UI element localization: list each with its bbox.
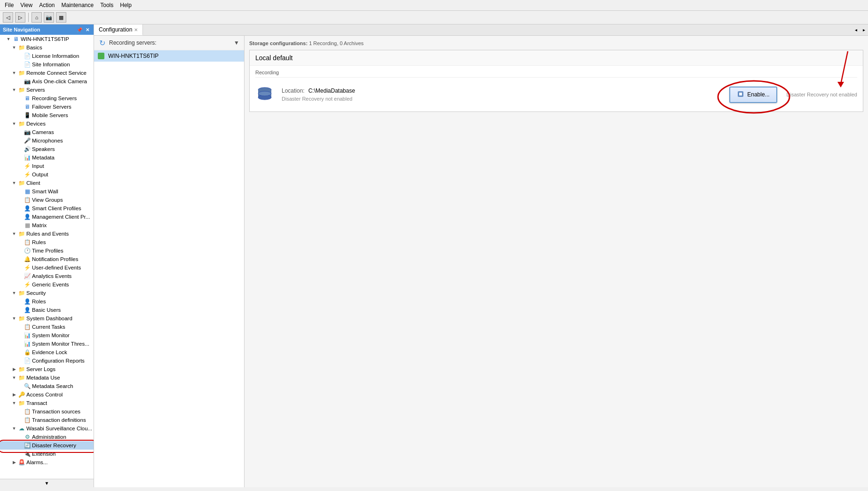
tree-item-root[interactable]: ▼ 🖥 WIN-HNKT1TS6TIP xyxy=(0,35,94,43)
tab-close-configuration[interactable]: ✕ xyxy=(134,27,138,32)
tree-item-metadata[interactable]: ▶ 📊 Metadata xyxy=(0,153,94,162)
menu-tools[interactable]: Tools xyxy=(97,1,116,9)
rec-server-item[interactable]: WIN-HNKT1TS6TIP xyxy=(94,50,244,62)
tree-item-siteinfo[interactable]: ▶ 📄 Site Information xyxy=(0,60,94,69)
tree-item-servers[interactable]: ▼ 📁 Servers xyxy=(0,86,94,94)
tree-item-rulesevents[interactable]: ▼ 📁 Rules and Events xyxy=(0,230,94,238)
expand-icon-metadatause[interactable]: ▼ xyxy=(11,375,17,380)
tree-item-genericevents[interactable]: ▶ ⚡ Generic Events xyxy=(0,280,94,289)
rec-server-name: WIN-HNKT1TS6TIP xyxy=(108,53,158,59)
tree-item-smartwall[interactable]: ▶ ▦ Smart Wall xyxy=(0,187,94,196)
storage-label: Storage configurations: xyxy=(249,40,309,46)
tree-item-devices[interactable]: ▼ 📁 Devices xyxy=(0,119,94,128)
tree-item-roles[interactable]: ▶ 👤 Roles xyxy=(0,297,94,306)
tab-expand-button[interactable]: ▸ xyxy=(860,26,868,33)
menu-file[interactable]: File xyxy=(2,1,16,9)
tree-item-rules[interactable]: ▶ 📋 Rules xyxy=(0,238,94,246)
tree-item-client[interactable]: ▼ 📁 Client xyxy=(0,179,94,187)
tree-label-devices: Devices xyxy=(26,121,94,127)
tab-configuration[interactable]: Configuration ✕ xyxy=(94,24,143,35)
sidebar-close-icon[interactable]: ✕ xyxy=(84,26,91,33)
tree-label-matrix: Matrix xyxy=(32,222,94,228)
tree-label-security: Security xyxy=(26,290,94,296)
tree-item-recservers[interactable]: ▶ 🖥 Recording Servers xyxy=(0,94,94,103)
tree-item-disasterrecovery[interactable]: ▶ 🔄 Disaster Recovery xyxy=(0,441,94,450)
tree-item-userdefined[interactable]: ▶ ⚡ User-defined Events xyxy=(0,263,94,272)
tree-item-axisone[interactable]: ▶ 📷 Axis One-click Camera xyxy=(0,77,94,86)
tree-item-sysmonthres[interactable]: ▶ 📊 System Monitor Thres... xyxy=(0,340,94,348)
tree-item-configreports[interactable]: ▶ 📄 Configuration Reports xyxy=(0,356,94,365)
tree-item-analytics[interactable]: ▶ 📈 Analytics Events xyxy=(0,272,94,280)
tree-item-transactionsrc[interactable]: ▶ 📋 Transaction sources xyxy=(0,407,94,416)
expand-icon-security[interactable]: ▼ xyxy=(11,290,17,296)
enable-button[interactable]: Enable... xyxy=(729,87,777,103)
tree-item-evidencelock[interactable]: ▶ 🔒 Evidence Lock xyxy=(0,348,94,356)
expand-icon-alarms[interactable]: ▶ xyxy=(11,459,17,465)
tree-item-systemdash[interactable]: ▼ 📁 System Dashboard xyxy=(0,314,94,323)
expand-icon-rulesevents[interactable]: ▼ xyxy=(11,231,17,237)
matrix-icon: ▦ xyxy=(24,222,31,229)
expand-icon-root[interactable]: ▼ xyxy=(6,36,11,42)
sidebar-scroll-down[interactable]: ▼ xyxy=(0,479,94,487)
tree-item-metasearch[interactable]: ▶ 🔍 Metadata Search xyxy=(0,382,94,390)
tree-item-smartclient[interactable]: ▶ 👤 Smart Client Profiles xyxy=(0,204,94,213)
tree-item-output[interactable]: ▶ ⚡ Output xyxy=(0,170,94,179)
expand-icon-transact[interactable]: ▼ xyxy=(11,400,17,406)
tree-item-currenttasks[interactable]: ▶ 📋 Current Tasks xyxy=(0,323,94,331)
tree-item-matrix[interactable]: ▶ ▦ Matrix xyxy=(0,221,94,230)
expand-icon-devices[interactable]: ▼ xyxy=(11,121,17,127)
tree-item-accesscontrol[interactable]: ▶ 🔑 Access Control xyxy=(0,390,94,399)
expand-icon-remote[interactable]: ▼ xyxy=(11,70,17,76)
menu-action[interactable]: Action xyxy=(36,1,57,9)
menu-help[interactable]: Help xyxy=(117,1,134,9)
tree-item-timeprofiles[interactable]: ▶ 🕐 Time Profiles xyxy=(0,246,94,255)
tree-item-security[interactable]: ▼ 📁 Security xyxy=(0,289,94,297)
tree-item-transactiondef[interactable]: ▶ 📋 Transaction definitions xyxy=(0,416,94,424)
tree-item-serverlogs[interactable]: ▶ 📁 Server Logs xyxy=(0,365,94,373)
expand-icon-serverlogs[interactable]: ▶ xyxy=(11,366,17,372)
tree-item-input[interactable]: ▶ ⚡ Input xyxy=(0,162,94,170)
tree-item-wasabi[interactable]: ▼ ☁ Wasabi Surveillance Clou... xyxy=(0,424,94,433)
menu-view[interactable]: View xyxy=(17,1,35,9)
tab-pin-button[interactable]: ◂ xyxy=(852,26,860,33)
tree-item-speakers[interactable]: ▶ 🔊 Speakers xyxy=(0,145,94,153)
tree-item-viewgroups[interactable]: ▶ 📋 View Groups xyxy=(0,196,94,204)
expand-icon-systemdash[interactable]: ▼ xyxy=(11,316,17,321)
filter-icon[interactable]: ▼ xyxy=(233,39,240,47)
tree-item-systemmonitor[interactable]: ▶ 📊 System Monitor xyxy=(0,331,94,340)
tree-item-transact[interactable]: ▼ 📁 Transact xyxy=(0,399,94,407)
grid-button[interactable]: ▦ xyxy=(56,12,66,23)
camera-button[interactable]: 📷 xyxy=(44,12,54,23)
forward-button[interactable]: ▷ xyxy=(15,12,25,23)
tree-label-systemdash: System Dashboard xyxy=(26,316,94,321)
expand-icon-accesscontrol[interactable]: ▶ xyxy=(11,392,17,397)
tree-item-mobile[interactable]: ▶ 📱 Mobile Servers xyxy=(0,111,94,119)
expand-icon-wasabi[interactable]: ▼ xyxy=(11,426,17,431)
sidebar-pin-icon[interactable]: 📌 xyxy=(76,26,83,33)
rec-servers-title: Recording servers: xyxy=(109,40,157,46)
expand-icon-basics[interactable]: ▼ xyxy=(11,45,17,50)
folder-icon-basics: 📁 xyxy=(18,44,25,51)
tree-item-cameras[interactable]: ▶ 📷 Cameras xyxy=(0,128,94,136)
refresh-icon[interactable]: ↻ xyxy=(98,39,106,47)
sidebar-header-icons: 📌 ✕ xyxy=(76,26,91,33)
tree-item-failover[interactable]: ▶ 🖥 Failover Servers xyxy=(0,103,94,111)
tree-item-notificationprofiles[interactable]: ▶ 🔔 Notification Profiles xyxy=(0,255,94,263)
back-button[interactable]: ◁ xyxy=(3,12,13,23)
tree-item-administration[interactable]: ▶ ⚙ Administration xyxy=(0,433,94,441)
tree-item-license[interactable]: ▶ 📄 License Information xyxy=(0,52,94,60)
tree-item-extension[interactable]: ▶ 🔌 Extension xyxy=(0,450,94,458)
expand-icon-servers[interactable]: ▼ xyxy=(11,87,17,93)
tab-actions: ◂ ▸ xyxy=(852,24,868,35)
tree-label-configreports: Configuration Reports xyxy=(32,358,94,364)
expand-icon-client[interactable]: ▼ xyxy=(11,180,17,186)
tree-item-metadatause[interactable]: ▼ 📁 Metadata Use xyxy=(0,373,94,382)
tree-item-basics[interactable]: ▼ 📁 Basics xyxy=(0,43,94,52)
tree-item-microphones[interactable]: ▶ 🎤 Microphones xyxy=(0,136,94,145)
tree-item-mgmtclient[interactable]: ▶ 👤 Management Client Pr... xyxy=(0,213,94,221)
home-button[interactable]: ⌂ xyxy=(32,12,42,23)
menu-maintenance[interactable]: Maintenance xyxy=(59,1,97,9)
tree-item-basicusers[interactable]: ▶ 👤 Basic Users xyxy=(0,306,94,314)
tree-item-remoteconnect[interactable]: ▼ 📁 Remote Connect Service xyxy=(0,69,94,77)
tree-item-alarms[interactable]: ▶ 🚨 Alarms... xyxy=(0,458,94,467)
